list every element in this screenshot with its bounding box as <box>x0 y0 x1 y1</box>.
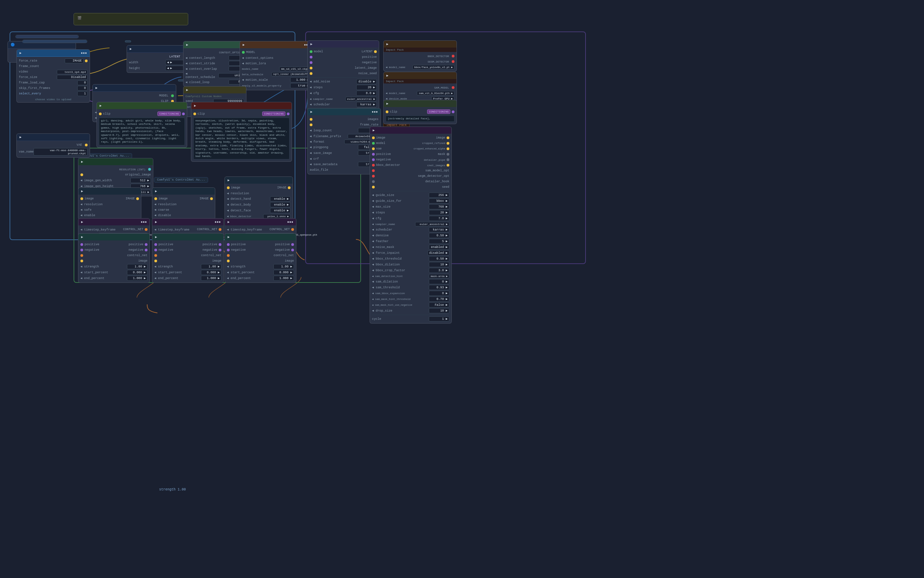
video-resolution-note: 🎬 <box>73 13 188 25</box>
node-facedetailer-prompt: ▶ clip CONDITIONING [extremely detailed … <box>383 100 457 124</box>
prompt-header: ▶ <box>97 102 187 109</box>
info-icon: 🎬 <box>77 16 81 21</box>
node-animatediff-loader: ▶ ●●● MODEL ◀ context_options ◀ motion_l… <box>239 41 313 90</box>
controlnet-au-badge2: ComfyUI's ControlNet Au... <box>154 177 208 183</box>
dwpose-header: ▶ <box>225 177 293 183</box>
node-realistic-lineart: ▶ image IMAGE ◀ resolution ◀ coarse ◀ di… <box>152 187 215 219</box>
tooltip-title: 🎬 <box>77 16 184 21</box>
animatediff-loader-header: ▶ ●●● <box>240 41 313 48</box>
load-video-header: ▶ ●●● <box>17 50 89 57</box>
frame-rate-title: 🔵 <box>11 43 15 47</box>
ksampler-header: ▶ <box>307 41 379 47</box>
realistic-lineart-header: ▶ <box>152 188 215 195</box>
facedetailer-prompt-header: ▶ <box>384 100 457 107</box>
port-vae-right <box>85 144 88 146</box>
load-controlnet3-header: ▶ ●●● <box>225 219 296 226</box>
prompt-text[interactable]: girl, dancing, adult girl, whole body, s… <box>99 118 185 145</box>
facedetailer-header: ▶ <box>370 127 451 134</box>
comfy-video-header <box>23 40 87 43</box>
negative-prompt-header: ▶ <box>191 102 291 109</box>
load-controlnet2-header: ▶ ●●● <box>152 219 223 226</box>
node-negative-prompt: ▶ clip CONDITIONING easynegative, illust… <box>191 102 292 162</box>
port-model-right <box>171 94 174 97</box>
node-facedetailer: ▶ image image model cropped_refined vae … <box>369 127 452 323</box>
ultralytics-header: ▶ <box>384 41 457 47</box>
node-load-vae: ▶ VAE vae_name vae-ft-mse-840000-ema-pru… <box>16 133 90 157</box>
apply-controlnet2-header: ▶ <box>152 234 223 240</box>
load-checkpoint-header: ▶ <box>93 84 176 92</box>
load-video-body: force_rate IMAGE frame_count video test3… <box>17 57 89 102</box>
derfxu-header <box>16 35 78 38</box>
node-apply-controlnet2: ▶ positive positive negative negative co… <box>152 233 224 283</box>
pidinet-header: ▶ <box>78 188 141 195</box>
node-sam-loader: ▶ Impact Pack SAM_MODEL ◀ model_name sam… <box>383 72 457 103</box>
empty-latent-header: ▶ <box>127 45 188 53</box>
node-ultralytics: ▶ Impact Pack BBOX_DETECTOR SEGM_DETECTO… <box>383 41 457 71</box>
sam-loader-header: ▶ <box>384 72 457 79</box>
facedetailer-prompt-text[interactable]: [extremely detailed face], <box>386 115 454 122</box>
animatediff-evolved-badge1 <box>125 41 131 42</box>
apply-controlnet1-header: ▶ <box>78 234 150 240</box>
pixel-perfect-header: ▶ <box>78 158 153 165</box>
video-combine-header: ▶ ●●● <box>307 109 381 115</box>
node-empty-latent: ▶ LATENT width ◀ ▶ height ◀ ▶ <box>127 45 188 73</box>
port-image-right <box>85 60 88 62</box>
node-comfy-video-badge <box>22 40 87 43</box>
load-vae-header: ▶ <box>17 134 89 141</box>
node-apply-controlnet3: ▶ positive positive negative negative co… <box>224 233 296 283</box>
node-load-video: ▶ ●●● force_rate IMAGE frame_count video… <box>16 49 90 102</box>
node-derfxu-badge <box>15 35 79 38</box>
load-controlnet1-header: ▶ ●●● <box>78 219 150 226</box>
apply-controlnet3-header: ▶ <box>225 234 296 240</box>
node-prompt: ▶ clip CONDITIONING girl, dancing, adult… <box>96 102 187 148</box>
cr-seed-header: ▶ <box>184 86 246 93</box>
negative-prompt-text[interactable]: easynegative, illustration, 3d, sepia, p… <box>194 118 290 159</box>
strength-label: strength 1.00 <box>159 488 186 492</box>
node-pidinet: ▶ image IMAGE ◀ resolution ◀ safe ◀ enab… <box>78 187 142 219</box>
node-apply-controlnet1: ▶ positive positive negative negative co… <box>78 233 150 283</box>
